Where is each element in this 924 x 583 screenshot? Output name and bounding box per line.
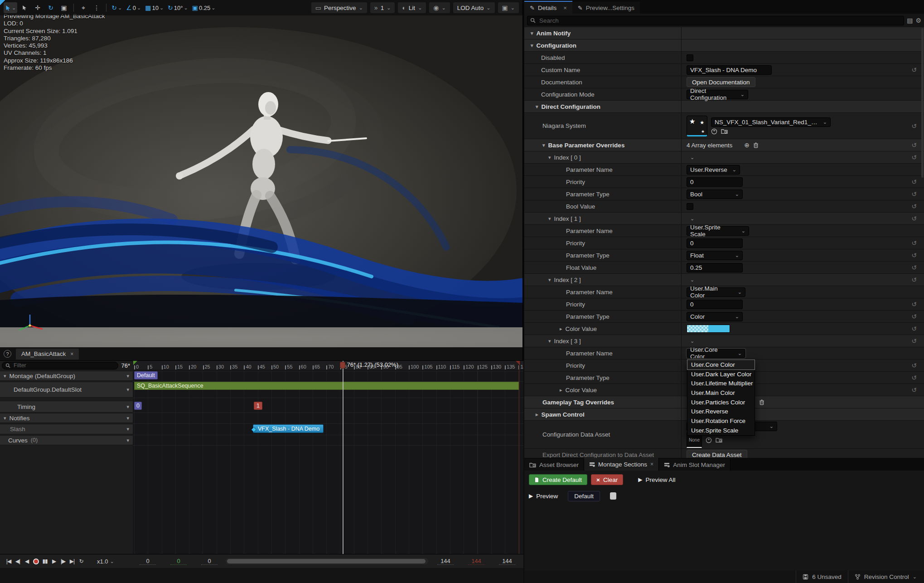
open-documentation-button[interactable]: Open Documentation [687, 77, 755, 87]
reset-icon[interactable]: ↺ [904, 386, 924, 394]
track-options-icon[interactable]: ▾ [126, 387, 129, 393]
expand-triangle-icon[interactable]: ▸ [560, 387, 562, 393]
parameter-name-dropdown[interactable]: User.Main Color⌄ [687, 287, 745, 297]
notify-chip-vfx-slash[interactable]: ◆ VFX_Slash - DNA Demo [253, 424, 324, 433]
dropdown-option[interactable]: User.Dark Layer Color [687, 369, 755, 379]
section-anim-notify[interactable]: ▾Anim Notify [524, 27, 924, 39]
playhead[interactable] [343, 361, 343, 554]
dropdown-option[interactable]: User.Reverse [687, 407, 755, 416]
rotate-tool-icon[interactable]: ↻ [45, 2, 57, 13]
reset-icon[interactable]: ↺ [904, 190, 924, 198]
custom-name-input[interactable] [687, 65, 772, 75]
clear-button[interactable]: × Clear [591, 474, 623, 485]
reset-icon[interactable]: ↺ [904, 239, 924, 247]
show-flags-dropdown[interactable]: ◉⌄ [429, 2, 450, 13]
sequence-segment[interactable]: SQ_BasicAttackSequence [134, 382, 519, 390]
search-input[interactable] [538, 17, 901, 24]
to-end-button[interactable]: ▶| [68, 556, 76, 566]
dropdown-option[interactable]: User.Main Color [687, 388, 755, 398]
pause-button[interactable]: ▮▮ [41, 556, 49, 566]
delete-all-elements-icon[interactable] [753, 142, 759, 148]
play-button[interactable]: ▶ [50, 556, 58, 566]
element-options-icon[interactable]: ⌄ [690, 339, 694, 344]
reset-icon[interactable]: ↺ [904, 203, 924, 210]
element-options-icon[interactable]: ⌄ [690, 277, 694, 282]
play-reverse-button[interactable]: ◀ [23, 556, 31, 566]
float-value-input[interactable] [687, 263, 743, 272]
dropdown-option[interactable]: User.Particles Color [687, 398, 755, 407]
timeline-tracks-area[interactable]: 0510152025303540455055606570758085909510… [133, 361, 523, 554]
preview-button[interactable]: ▶ Preview [529, 491, 558, 501]
track-slot[interactable]: DefaultGroup.DefaultSlot ▾ [0, 382, 133, 398]
current-start-field[interactable]: 0 [170, 558, 187, 565]
tab-preview-settings[interactable]: ✎ Preview...Settings [572, 2, 640, 14]
create-default-button[interactable]: Create Default [529, 474, 587, 485]
lod-dropdown[interactable]: LOD Auto⌄ [453, 2, 495, 13]
section-direct-configuration[interactable]: ▾Direct Configuration [524, 101, 924, 113]
scale-snap-button[interactable]: ▣0.25⌄ [191, 2, 217, 13]
dropdown-option[interactable]: User.Rotation Force [687, 416, 755, 426]
step-backward-button[interactable]: ◀| [14, 556, 22, 566]
row-index-0[interactable]: ▾Index [ 0 ] ⌄ ↺ [524, 151, 924, 164]
tab-montage-sections[interactable]: Montage Sections × [584, 458, 659, 471]
niagara-system-dropdown[interactable]: NS_VFX_01_Slash_Variant_Red1_Smoke_Demo⌄ [711, 117, 831, 127]
dropdown-option[interactable]: User.Lifetime Multiplier [687, 379, 755, 388]
parameter-name-dropdown-open[interactable]: User.Core Color⌄ [687, 349, 745, 358]
reset-icon[interactable]: ↺ [904, 313, 924, 320]
close-icon[interactable]: × [70, 351, 73, 357]
tab-asset-browser[interactable]: Asset Browser [524, 459, 584, 471]
section-chip-default[interactable]: Default [134, 371, 158, 379]
playhead-marker[interactable] [340, 362, 345, 369]
rotation-snap-button[interactable]: ↻10°⌄ [166, 2, 189, 13]
reset-icon[interactable]: ↺ [904, 276, 924, 283]
filter-box[interactable] [2, 362, 118, 369]
display-filter-icon[interactable]: ▤ [907, 17, 913, 24]
create-data-asset-button[interactable]: Create Data Asset [687, 450, 747, 458]
section-checkbox[interactable] [610, 492, 616, 500]
track-curves[interactable]: Curves (0) ▾ [0, 435, 133, 445]
falloff-snap-button[interactable]: ∠0⌄ [125, 2, 142, 13]
timing-chip-0[interactable]: 0 [134, 402, 142, 410]
row-index-3[interactable]: ▾Index [ 3 ] ⌄ ↺ [524, 335, 924, 347]
track-options-icon[interactable]: ▾ [126, 373, 129, 379]
use-selected-asset-icon[interactable] [706, 437, 712, 443]
tab-details[interactable]: ✎ Details × [524, 1, 572, 14]
step-forward-button[interactable]: |▶ [59, 556, 67, 566]
timeline-scrollbar[interactable] [226, 558, 428, 564]
parameter-type-dropdown[interactable]: Float⌄ [687, 251, 743, 260]
row-index-1[interactable]: ▾Index [ 1 ] ⌄ ↺ [524, 213, 924, 225]
current-end-field[interactable]: 144 [468, 558, 484, 565]
timing-chip-1[interactable]: 1 [254, 402, 262, 410]
expand-triangle-icon[interactable]: ▸ [560, 326, 562, 332]
transform-gizmo[interactable] [16, 313, 48, 335]
reset-icon[interactable]: ↺ [904, 252, 924, 259]
view-start-field[interactable]: 0 [201, 558, 218, 565]
reset-icon[interactable]: ↺ [904, 178, 924, 185]
default-section-button[interactable]: Default [568, 491, 600, 501]
parameter-name-dropdown[interactable]: User.Sprite Scale⌄ [687, 226, 749, 236]
track-options-icon[interactable]: ▾ [126, 437, 129, 443]
playback-speed-dropdown[interactable]: x1.0 ⌄ [97, 558, 114, 565]
record-button[interactable] [32, 556, 40, 566]
timeline-ruler[interactable]: 0510152025303540455055606570758085909510… [133, 361, 523, 370]
delete-all-elements-icon[interactable] [759, 399, 764, 405]
surface-snapping-button[interactable]: ↻⌄ [110, 2, 123, 13]
priority-input[interactable] [687, 177, 743, 187]
help-icon[interactable]: ? [4, 350, 11, 358]
add-element-icon[interactable]: ⊕ [744, 141, 750, 149]
niagara-asset-thumbnail[interactable]: ★ ★ ★ [687, 116, 707, 136]
section-base-parameter-overrides[interactable]: ▾Base Parameter Overrides 4 Array elemen… [524, 139, 924, 151]
perspective-dropdown[interactable]: ▭Perspective⌄ [311, 2, 367, 13]
track-timing[interactable]: Timing ▾ [0, 401, 133, 413]
browse-to-asset-icon[interactable] [716, 437, 722, 443]
priority-input[interactable] [687, 238, 743, 248]
element-options-icon[interactable]: ⌄ [690, 216, 694, 221]
track-options-icon[interactable]: ▾ [126, 415, 129, 421]
select-tool-icon[interactable] [19, 2, 30, 13]
reset-icon[interactable]: ↺ [904, 374, 924, 381]
select-mode-button[interactable]: ⌄ [4, 2, 17, 13]
coordinate-system-icon[interactable]: ⌖ [77, 2, 89, 13]
view-mode-dropdown[interactable]: ◐Lit⌄ [398, 2, 426, 13]
parameter-type-dropdown[interactable]: Bool⌄ [687, 189, 743, 199]
reset-icon[interactable]: ↺ [904, 337, 924, 345]
